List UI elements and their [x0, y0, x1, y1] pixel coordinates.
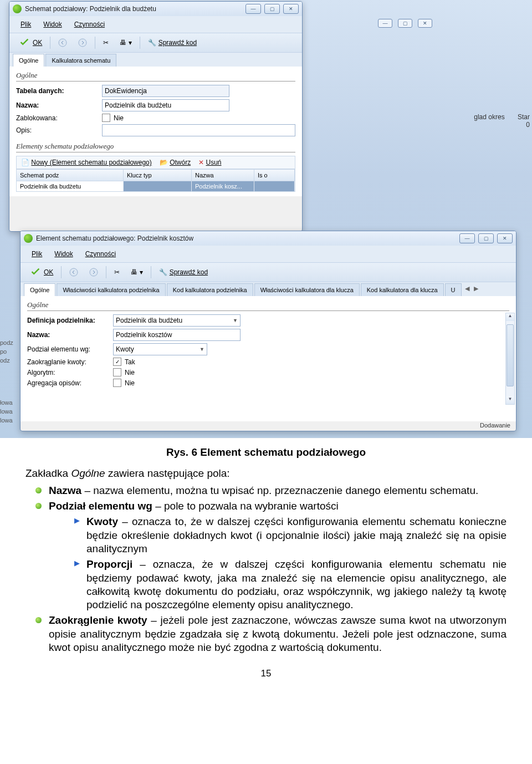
minimize-button[interactable]: — — [245, 4, 261, 14]
grid-row[interactable]: Podzielnik dla budżetu Podzielnik kosz..… — [17, 181, 295, 191]
lbl-nazwa: Nazwa: — [16, 101, 102, 109]
print-icon[interactable]: 🖶 ▾ — [127, 267, 146, 277]
separator — [50, 37, 50, 49]
nav-fwd-icon[interactable] — [86, 267, 101, 278]
val-zablokowana: Nie — [114, 114, 124, 122]
menu-czynnosci[interactable]: Czynności — [80, 248, 121, 260]
app-icon — [24, 234, 33, 243]
close-button[interactable]: ✕ — [497, 233, 513, 243]
tabbar-1: Ogólne Kalkulatora schematu — [9, 53, 302, 67]
separator — [151, 266, 151, 278]
nav-fwd-icon[interactable] — [75, 37, 90, 48]
document-text: Rys. 6 Element schematu podziałowego Zak… — [0, 438, 532, 685]
tab-ogolne[interactable]: Ogólne — [24, 283, 55, 296]
scroll-down-icon[interactable]: ▼ — [506, 396, 514, 404]
separator — [140, 37, 140, 49]
minimize-button[interactable]: — — [459, 233, 475, 243]
body-1: Ogólne Tabela danych:DokEwidencja Nazwa:… — [9, 67, 302, 196]
body-2: Ogólne Definicja podzielnika:Podzielnik … — [21, 296, 516, 421]
maximize-button[interactable]: ▢ — [264, 4, 280, 14]
otworz-button[interactable]: 📂 Otwórz — [160, 159, 191, 166]
bg-partial-left: podz po odz łowa lowa lowa — [0, 338, 20, 425]
toolbar-2: OK ✂ 🖶 ▾ 🔧 Sprawdź kod — [21, 262, 516, 282]
ok-button[interactable]: OK — [15, 35, 45, 50]
maximize-button[interactable]: ▢ — [478, 233, 494, 243]
scroll-thumb[interactable] — [507, 324, 514, 386]
bg-window-controls: — ▢ ✕ — [378, 19, 432, 28]
close-button[interactable]: ✕ — [283, 4, 299, 14]
tab-wlasc-klucz[interactable]: Właściwości kalkulatora dla klucza — [254, 283, 360, 296]
menu-czynnosci[interactable]: Czynności — [69, 18, 110, 30]
bg-close-button[interactable]: ✕ — [418, 19, 432, 28]
input-nazwa2[interactable]: Podzielnik kosztów — [113, 329, 241, 341]
tab-scroll-left[interactable]: ◀ — [463, 283, 472, 296]
grid-1[interactable]: Schemat podz Klucz typ Nazwa Is o Podzie… — [16, 169, 295, 192]
chk-alg[interactable] — [113, 368, 121, 376]
tab-u[interactable]: U — [445, 283, 462, 296]
screenshot-composite: — ▢ ✕ glad okres Star 0 podz po odz łowa… — [0, 0, 532, 438]
window-element: Element schematu podziałowego: Podzielni… — [20, 231, 516, 431]
col-schemat[interactable]: Schemat podz — [17, 170, 124, 181]
title-2: Element schematu podziałowego: Podzielni… — [36, 235, 459, 242]
ok-button[interactable]: OK — [26, 265, 57, 279]
input-opis[interactable] — [102, 124, 295, 136]
scrollbar[interactable]: ▲ ▼ — [505, 313, 515, 405]
sprawdz-button[interactable]: 🔧 Sprawdź kod — [145, 38, 200, 48]
lbl-opis: Opis: — [16, 126, 102, 134]
lbl-tabela: Tabela danych: — [16, 87, 102, 95]
nowy-button[interactable]: 📄 Nowy (Element schematu podziałowego) — [21, 159, 152, 166]
svg-point-3 — [90, 268, 98, 276]
val-tabela: DokEwidencja — [102, 85, 229, 97]
menu-plik[interactable]: Plik — [26, 248, 48, 260]
svg-point-2 — [70, 268, 78, 276]
scroll-up-icon[interactable]: ▲ — [506, 313, 514, 321]
svg-point-1 — [79, 39, 86, 47]
bg-maximize-button[interactable]: ▢ — [398, 19, 412, 28]
menu-widok[interactable]: Widok — [49, 248, 78, 260]
col-klucz[interactable]: Klucz typ — [124, 170, 192, 181]
bullet-nazwa: Nazwa – nazwa elementu, można tu wpisać … — [25, 484, 507, 497]
title-1: Schemat podziałowy: Podzielnik dla budże… — [25, 5, 245, 13]
separator — [95, 37, 95, 49]
dd-definicja[interactable]: Podzielnik dla budżetu▼ — [113, 314, 241, 327]
tab-ogolne[interactable]: Ogólne — [13, 54, 44, 67]
status-text: Dodawanie — [480, 422, 510, 429]
toolbar-1: OK ✂ 🖶 ▾ 🔧 Sprawdź kod — [9, 33, 302, 53]
tab-kod-klucz[interactable]: Kod kalkulatora dla klucza — [361, 283, 444, 296]
separator — [61, 266, 62, 278]
tab-kalkulatora[interactable]: Kalkulatora schematu — [45, 54, 116, 67]
tab-kod-podz[interactable]: Kod kalkulatora podzielnika — [167, 283, 253, 296]
chk-agr[interactable] — [113, 379, 121, 387]
arrow-proporcji: Proporcji – oznacza, że w dalszej części… — [49, 558, 507, 612]
page-number: 15 — [25, 668, 507, 680]
nav-back-icon[interactable] — [66, 267, 81, 278]
tools-icon[interactable]: ✂ — [111, 267, 123, 277]
svg-point-0 — [59, 39, 66, 47]
val-zaokr: Tak — [125, 358, 135, 366]
titlebar-2[interactable]: Element schematu podziałowego: Podzielni… — [21, 231, 516, 246]
tab-scroll-right[interactable]: ▶ — [472, 283, 480, 296]
titlebar-1[interactable]: Schemat podziałowy: Podzielnik dla budże… — [9, 2, 302, 16]
usun-button[interactable]: ✕ Usuń — [198, 159, 221, 166]
dd-podzial[interactable]: Kwoty▼ — [113, 343, 207, 355]
print-icon[interactable]: 🖶 ▾ — [116, 38, 135, 48]
lbl-nazwa2: Nazwa: — [27, 331, 113, 339]
arrow-kwoty: Kwoty – oznacza to, że w dalszej części … — [49, 515, 507, 556]
bg-minimize-button[interactable]: — — [378, 19, 392, 28]
bg-column-headers: glad okres Star 0 — [474, 113, 530, 129]
menu-widok[interactable]: Widok — [38, 18, 67, 30]
sprawdz-button[interactable]: 🔧 Sprawdź kod — [156, 267, 211, 277]
chk-zaokr[interactable]: ✓ — [113, 358, 121, 366]
chk-zablokowana[interactable] — [102, 114, 110, 122]
figure-caption: Rys. 6 Element schematu podziałowego — [25, 446, 507, 459]
bg-col2: Star — [518, 113, 530, 121]
separator — [106, 266, 106, 278]
menu-plik[interactable]: Plik — [15, 18, 37, 30]
bg-zero: 0 — [526, 121, 530, 129]
nav-back-icon[interactable] — [55, 37, 70, 48]
col-iso[interactable]: Is o — [254, 170, 295, 181]
input-nazwa[interactable]: Podzielnik dla budżetu — [102, 99, 229, 111]
col-nazwa[interactable]: Nazwa — [192, 170, 254, 181]
tab-wlasc-podz[interactable]: Właściwości kalkulatora podzielnika — [57, 283, 165, 296]
tools-icon[interactable]: ✂ — [100, 38, 112, 48]
